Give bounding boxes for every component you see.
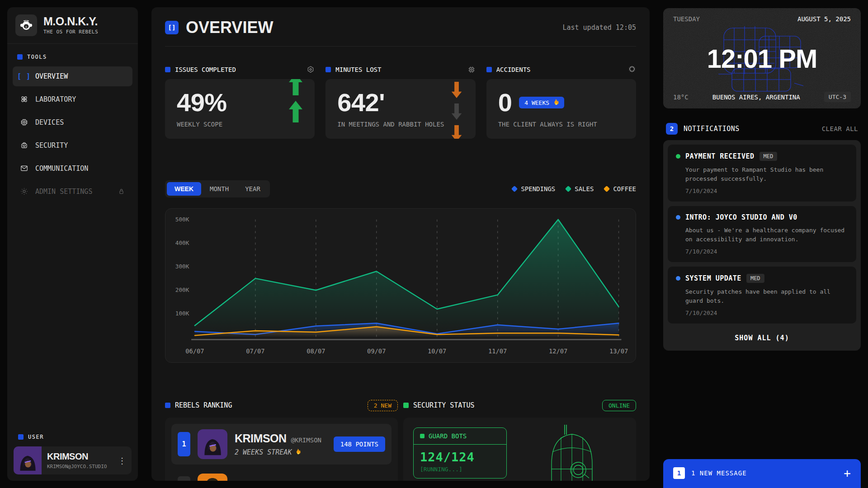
page-title-wrap: [] OVERVIEW: [165, 18, 273, 37]
svg-text:12/07: 12/07: [549, 347, 567, 355]
atom-icon: [19, 95, 29, 103]
rank-name: KRIMSON: [235, 432, 287, 445]
ranking-header: REBELS RANKING 2 NEW: [165, 400, 398, 411]
logo-text: M.O.N.K.Y. THE OS FOR REBELS: [43, 16, 98, 35]
main-header: [] OVERVIEW Last updated 12:05: [165, 18, 636, 47]
sidebar-item-devices[interactable]: DEVICES: [13, 112, 132, 132]
sidebar-item-communication[interactable]: COMMUNICATION: [13, 158, 132, 178]
svg-text:08/07: 08/07: [307, 347, 325, 355]
new-message-bar[interactable]: 1 1 NEW MESSAGE +: [663, 459, 861, 488]
chip-icon: [467, 66, 476, 74]
app-logo: M.O.N.K.Y. THE OS FOR REBELS: [7, 7, 138, 44]
stat-title: MINUTES LOST: [335, 66, 381, 73]
message-label: 1 NEW MESSAGE: [691, 469, 747, 477]
legend-label: SPENDINGS: [521, 185, 555, 192]
tab-year[interactable]: YEAR: [237, 182, 268, 196]
tab-week[interactable]: WEEK: [167, 182, 201, 196]
clock-bottom-row: 18°C BUENOS AIRES, ARGENTINA UTC-3: [673, 92, 851, 102]
rank-streak: 2 WEEKS STREAK: [235, 448, 321, 456]
green-square-icon: [403, 403, 409, 408]
ranking-row-1[interactable]: 1 KRIMSON @KRIMSON: [171, 424, 392, 465]
stat-caption: THE CLIENT ALWAYS IS RIGHT: [498, 121, 624, 128]
security-boxes: GUARD BOTS 124/124 [RUNNING...] FIREWALL: [410, 424, 507, 481]
notification-date: 7/10/2024: [685, 188, 848, 194]
sidebar-item-admin-settings[interactable]: ADMIN SETTINGS: [13, 181, 132, 202]
tools-section-label: TOOLS: [13, 51, 132, 66]
streak-label: 2 WEEKS STREAK: [235, 448, 292, 456]
rank-meta: KRIMSON @KRIMSON 2 WEEKS STREAK: [235, 432, 321, 456]
message-count-badge: 1: [673, 467, 685, 479]
user-email: KRIMSON@JOYCO.STUDIO: [47, 464, 107, 469]
notification-intro-joyco[interactable]: INTRO: JOYCO STUDIO AND V0 About us - We…: [668, 206, 856, 262]
sidebar-item-security[interactable]: SECURITY: [13, 135, 132, 155]
guard-bots-label: GUARD BOTS: [429, 432, 467, 440]
notification-title: SYSTEM UPDATE: [685, 274, 741, 282]
stat-card: 0 4 WEEKS THE CLIENT ALWAYS IS RIGHT: [486, 79, 636, 139]
svg-text:200K: 200K: [175, 286, 189, 293]
stat-title: ISSUES COMPLETED: [175, 66, 236, 73]
fire-icon: [295, 449, 301, 455]
stat-issues-completed: ISSUES COMPLETED 49% WEEKLY SCOPE: [165, 66, 315, 139]
guard-bots-header: GUARD BOTS: [414, 428, 506, 445]
chart-controls: WEEK MONTH YEAR SPENDINGS SALES COFFEE: [165, 180, 636, 197]
notifications-list: PAYMENT RECEIVED MED Your payment to Ram…: [663, 140, 861, 351]
stat-value: 642': [337, 90, 463, 115]
sidebar-item-label: OVERVIEW: [35, 72, 68, 80]
stat-card: 49% WEEKLY SCOPE: [165, 79, 315, 139]
priority-badge: MED: [760, 152, 778, 161]
notification-date: 7/10/2024: [685, 310, 848, 316]
bottom-row: REBELS RANKING 2 NEW 1: [165, 400, 636, 481]
stat-header: MINUTES LOST: [326, 66, 475, 74]
svg-text:07/07: 07/07: [246, 347, 264, 355]
avatar: [198, 429, 227, 459]
svg-text:400K: 400K: [175, 239, 189, 246]
rank-badge: 2: [178, 476, 190, 481]
ranking-row-2[interactable]: 2 MATI: [171, 468, 392, 481]
user-section: USER KRIMSON KRIMSON@JOYCO.STUDIO ⋮: [7, 426, 138, 481]
svg-text:300K: 300K: [175, 263, 189, 270]
tools-label: TOOLS: [27, 54, 47, 60]
notifications-header: 2 NOTIFICATIONS CLEAR ALL: [663, 123, 861, 140]
svg-text:500K: 500K: [175, 216, 189, 223]
security-status-section: SECURITY STATUS ONLINE GUARD BOTS 124/12…: [403, 400, 636, 481]
blue-square-icon: [165, 403, 170, 408]
lock-icon: [116, 188, 126, 195]
svg-text:10/07: 10/07: [428, 347, 446, 355]
brackets-icon: [ ]: [19, 72, 29, 80]
blue-square-icon: [165, 67, 170, 72]
status-dot: [676, 215, 680, 220]
main-panel: [] OVERVIEW Last updated 12:05 ISSUES CO…: [151, 7, 650, 481]
stat-accidents: ACCIDENTS 0 4 WEEKS THE CLIENT ALWAYS IS…: [486, 66, 636, 139]
svg-text:13/07: 13/07: [609, 347, 628, 355]
tab-month[interactable]: MONTH: [202, 182, 236, 196]
user-name: KRIMSON: [47, 451, 107, 462]
plus-icon[interactable]: +: [844, 467, 851, 479]
show-all-button[interactable]: SHOW ALL (4): [668, 328, 856, 346]
rank-badge: 1: [178, 432, 190, 456]
avatar: [14, 446, 42, 474]
app-title: M.O.N.K.Y.: [43, 16, 98, 27]
clock-widget: TUESDAY AUGUST 5, 2025 12:01 PM 18°C BUE…: [663, 8, 861, 108]
stat-title: ACCIDENTS: [496, 66, 531, 73]
sidebar-item-laboratory[interactable]: LABORATORY: [13, 89, 132, 109]
area-chart: 100K200K300K400K500K06/0707/0708/0709/07…: [170, 212, 631, 359]
stat-value: 49%: [177, 90, 303, 115]
sidebar-item-label: COMMUNICATION: [35, 164, 88, 173]
kebab-menu-icon[interactable]: ⋮: [113, 456, 132, 465]
clear-all-button[interactable]: CLEAR ALL: [822, 125, 858, 132]
notifications-count-badge: 2: [666, 123, 678, 135]
notification-date: 7/10/2024: [685, 248, 848, 255]
trend-up-arrows-icon: [288, 79, 304, 128]
notification-payment-received[interactable]: PAYMENT RECEIVED MED Your payment to Ram…: [668, 145, 856, 202]
chart-legend: SPENDINGS SALES COFFEE: [512, 185, 636, 192]
notification-title: INTRO: JOYCO STUDIO AND V0: [685, 213, 797, 221]
sidebar-item-overview[interactable]: [ ] OVERVIEW: [13, 66, 132, 86]
security-title: SECURITY STATUS: [413, 401, 474, 409]
app-subtitle: THE OS FOR REBELS: [43, 29, 98, 35]
user-card[interactable]: KRIMSON KRIMSON@JOYCO.STUDIO ⋮: [14, 446, 132, 474]
temperature: 18°C: [673, 94, 689, 101]
rebels-ranking-section: REBELS RANKING 2 NEW 1: [165, 400, 398, 481]
notification-body: Security patches have been applied to al…: [685, 287, 848, 305]
sidebar-item-label: LABORATORY: [35, 95, 76, 103]
notification-system-update[interactable]: SYSTEM UPDATE MED Security patches have …: [668, 267, 856, 324]
